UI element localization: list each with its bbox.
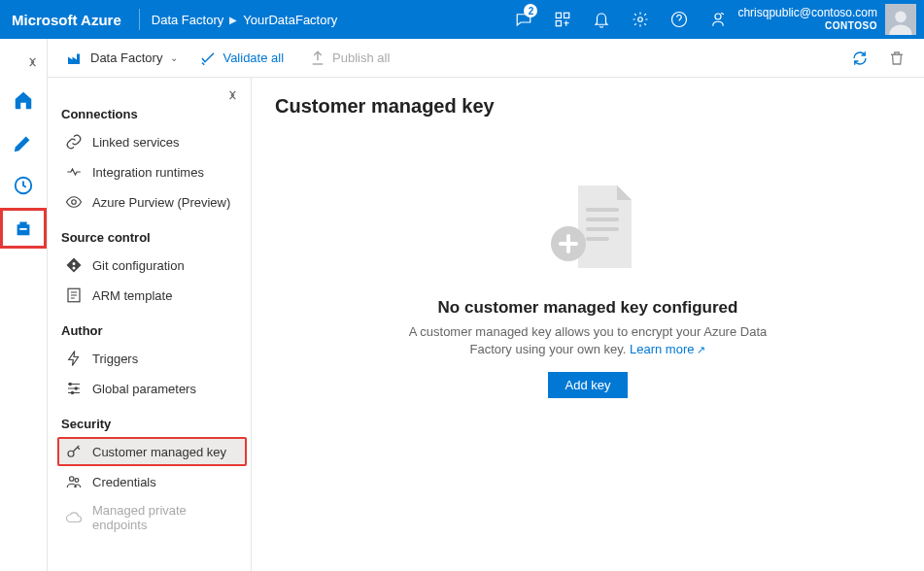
nav-label: ARM template xyxy=(92,288,172,303)
empty-text: A customer managed key allows you to enc… xyxy=(409,324,768,356)
empty-illustration xyxy=(530,176,646,283)
chevron-right-icon: ▶ xyxy=(229,15,237,25)
sidebar-item-linked-services[interactable]: Linked services xyxy=(57,127,247,156)
empty-heading: No customer managed key configured xyxy=(438,298,738,318)
sidebar-item-arm-template[interactable]: ARM template xyxy=(57,281,247,310)
nav-label: Triggers xyxy=(92,352,138,366)
breadcrumb[interactable]: Data Factory ▶ YourDataFactory xyxy=(146,13,344,27)
validate-all-label: Validate all xyxy=(222,50,284,65)
sidebar-item-credentials[interactable]: Credentials xyxy=(57,467,247,496)
add-key-button[interactable]: Add key xyxy=(548,372,629,398)
learn-more-link[interactable]: Learn more↗ xyxy=(630,342,705,356)
discard-button[interactable] xyxy=(881,43,912,74)
breadcrumb-current[interactable]: YourDataFactory xyxy=(243,13,337,27)
factory-name: Data Factory xyxy=(90,50,162,65)
cloud-icon xyxy=(65,509,83,526)
svg-point-3 xyxy=(638,17,643,22)
group-source-control: Source control xyxy=(61,230,243,245)
group-connections: Connections xyxy=(61,107,243,121)
svg-point-5 xyxy=(715,14,721,19)
rail-home[interactable] xyxy=(0,80,47,120)
svg-point-16 xyxy=(75,479,79,483)
brand-label[interactable]: Microsoft Azure xyxy=(8,12,133,28)
gear-icon[interactable] xyxy=(621,0,660,39)
refresh-icon xyxy=(851,50,869,67)
nav-label: Customer managed key xyxy=(92,445,226,459)
manage-sidebar: Connections Linked services Integration … xyxy=(48,78,252,571)
refresh-button[interactable] xyxy=(844,43,875,74)
user-tenant: CONTOSO xyxy=(737,19,877,33)
rail-expand-button[interactable] xyxy=(0,47,47,78)
bell-icon[interactable] xyxy=(582,0,621,39)
nav-label: Linked services xyxy=(92,135,180,150)
validate-all-button[interactable]: Validate all xyxy=(189,50,293,67)
credentials-icon xyxy=(65,473,83,490)
help-icon[interactable] xyxy=(660,0,699,39)
svg-rect-8 xyxy=(19,228,26,230)
svg-point-11 xyxy=(69,383,71,385)
svg-point-13 xyxy=(71,391,73,393)
rail-manage[interactable] xyxy=(0,208,47,249)
link-icon xyxy=(65,133,83,151)
eye-icon xyxy=(65,193,83,211)
user-account[interactable]: chrisqpublic@contoso.com CONTOSO xyxy=(737,6,885,33)
main-content: Customer managed key No customer managed… xyxy=(252,78,924,571)
sidebar-collapse-button[interactable] xyxy=(222,84,245,107)
external-link-icon: ↗ xyxy=(697,344,705,355)
svg-point-9 xyxy=(72,200,77,205)
sidebar-item-global-parameters[interactable]: Global parameters xyxy=(57,374,247,403)
svg-point-14 xyxy=(68,451,74,456)
notification-badge: 2 xyxy=(524,4,537,17)
publish-all-label: Publish all xyxy=(332,50,390,65)
sidebar-item-azure-purview[interactable]: Azure Purview (Preview) xyxy=(57,187,247,217)
trash-icon xyxy=(888,50,906,67)
page-title: Customer managed key xyxy=(275,95,901,118)
vertical-divider xyxy=(139,9,140,30)
factory-dropdown[interactable]: Data Factory ⌄ xyxy=(59,50,184,67)
rail-author[interactable] xyxy=(0,122,47,163)
empty-state: No customer managed key configured A cus… xyxy=(275,176,901,398)
directory-icon[interactable] xyxy=(543,0,582,39)
feedback-icon[interactable] xyxy=(699,0,737,39)
svg-rect-2 xyxy=(557,21,562,26)
breadcrumb-root[interactable]: Data Factory xyxy=(152,13,223,27)
group-security: Security xyxy=(61,417,243,431)
nav-label: Global parameters xyxy=(92,382,196,396)
command-bar: Data Factory ⌄ Validate all Publish all xyxy=(48,39,924,78)
svg-point-15 xyxy=(70,477,75,482)
git-icon xyxy=(65,256,83,274)
svg-rect-1 xyxy=(565,13,569,17)
sidebar-item-customer-managed-key[interactable]: Customer managed key xyxy=(57,437,247,466)
user-email: chrisqpublic@contoso.com xyxy=(737,6,877,19)
nav-label: Azure Purview (Preview) xyxy=(92,195,230,210)
group-author: Author xyxy=(61,323,243,338)
svg-point-6 xyxy=(895,12,907,23)
runtime-icon xyxy=(65,163,83,181)
svg-rect-0 xyxy=(557,13,562,17)
nav-label: Credentials xyxy=(92,475,156,489)
nav-label: Managed private endpoints xyxy=(92,503,239,532)
avatar[interactable] xyxy=(885,4,916,35)
checkmark-icon xyxy=(199,50,217,67)
sidebar-item-integration-runtimes[interactable]: Integration runtimes xyxy=(57,157,247,186)
left-rail xyxy=(0,39,47,571)
parameters-icon xyxy=(65,380,83,397)
chevron-down-icon: ⌄ xyxy=(170,52,178,63)
template-icon xyxy=(65,286,83,304)
empty-description: A customer managed key allows you to enc… xyxy=(403,323,772,358)
publish-all-button[interactable]: Publish all xyxy=(299,50,399,67)
sidebar-item-triggers[interactable]: Triggers xyxy=(57,344,247,373)
message-icon[interactable]: 2 xyxy=(504,0,543,39)
azure-header: Microsoft Azure Data Factory ▶ YourDataF… xyxy=(0,0,924,39)
factory-icon xyxy=(65,50,83,67)
upload-icon xyxy=(309,50,326,67)
svg-point-12 xyxy=(75,387,77,389)
bolt-icon xyxy=(65,350,83,367)
rail-monitor[interactable] xyxy=(0,165,47,206)
nav-label: Git configuration xyxy=(92,258,185,273)
sidebar-item-git-configuration[interactable]: Git configuration xyxy=(57,251,247,280)
nav-label: Integration runtimes xyxy=(92,165,204,180)
key-icon xyxy=(65,443,83,460)
learn-more-label: Learn more xyxy=(630,342,694,356)
sidebar-item-managed-private-endpoints: Managed private endpoints xyxy=(57,497,247,538)
